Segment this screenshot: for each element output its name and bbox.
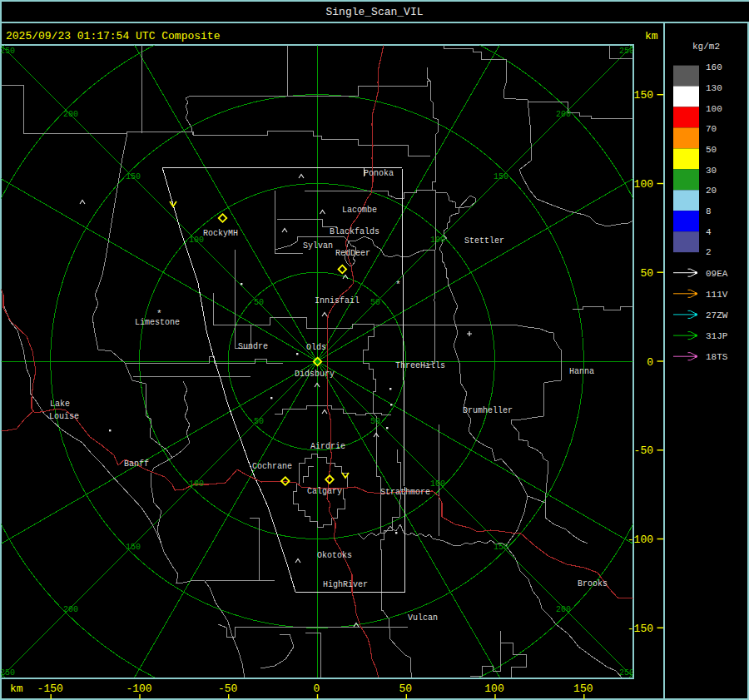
svg-text:*: * [156,309,162,319]
svg-text:Okotoks: Okotoks [317,551,352,560]
svg-text:150: 150 [573,683,593,695]
svg-text:160: 160 [706,62,722,72]
svg-text:Drumheller: Drumheller [463,406,513,415]
svg-text:50: 50 [370,417,380,426]
svg-text:09EA: 09EA [706,269,728,279]
svg-text:50: 50 [370,298,380,307]
svg-text:250: 250 [0,47,15,56]
svg-text:Brooks: Brooks [578,579,608,588]
svg-text:RedDeer: RedDeer [335,249,370,258]
svg-text:100: 100 [484,683,503,695]
svg-text:Stettler: Stettler [464,236,504,246]
svg-text:100: 100 [189,479,204,489]
svg-text:0: 0 [647,356,653,369]
svg-text:-150: -150 [37,683,63,695]
svg-text:Calgary: Calgary [307,487,342,496]
svg-text:Lake: Lake [50,400,70,409]
svg-text:250: 250 [0,668,15,678]
svg-text:Cochrane: Cochrane [252,462,292,471]
svg-text:Sylvan: Sylvan [303,241,333,251]
svg-text:200: 200 [556,110,571,119]
svg-text:-50: -50 [634,444,653,457]
svg-text:50: 50 [399,683,412,695]
svg-text:-100: -100 [126,683,151,695]
svg-text:150: 150 [634,89,653,102]
svg-text:8: 8 [706,206,712,216]
svg-text:Innisfail: Innisfail [315,296,360,305]
svg-text:100: 100 [634,178,653,191]
svg-text:Louise: Louise [49,412,79,421]
svg-text:Ponoka: Ponoka [364,169,394,178]
svg-text:200: 200 [63,110,78,119]
svg-text:km: km [645,30,658,42]
svg-text:150: 150 [494,172,508,181]
svg-text:20: 20 [706,186,717,196]
svg-text:Single_Scan_VIL: Single_Scan_VIL [325,6,423,18]
svg-text:27ZW: 27ZW [706,310,728,320]
svg-text:Strathmore: Strathmore [380,488,430,497]
svg-text:4: 4 [706,227,712,237]
svg-text:Hanna: Hanna [569,367,594,376]
svg-text:100: 100 [189,236,204,245]
svg-text:50: 50 [254,417,264,426]
svg-text:150: 150 [494,543,508,552]
svg-text:250: 250 [619,668,634,678]
svg-text:31JP: 31JP [706,331,728,341]
svg-text:Vulcan: Vulcan [408,613,438,623]
svg-text:50: 50 [706,145,717,155]
svg-text:-150: -150 [627,623,653,635]
svg-text:200: 200 [63,605,78,614]
svg-text:Olds: Olds [306,343,326,352]
svg-text:2: 2 [706,247,712,257]
svg-text:0: 0 [314,683,320,695]
svg-text:111V: 111V [706,290,728,300]
svg-text:50: 50 [640,267,653,280]
svg-text:Limestone: Limestone [135,318,180,327]
svg-text:ThreeHills: ThreeHills [395,361,445,370]
svg-text:-100: -100 [627,534,653,546]
svg-text:Airdrie: Airdrie [310,442,345,451]
svg-text:250: 250 [619,47,634,56]
svg-text:2025/09/23 01:17:54 UTC Compos: 2025/09/23 01:17:54 UTC Composite [6,30,220,42]
svg-text:18TS: 18TS [706,352,728,362]
svg-text:km: km [10,683,23,695]
svg-text:150: 150 [126,172,141,181]
svg-text:200: 200 [556,605,571,614]
svg-text:130: 130 [706,83,722,93]
svg-text:100: 100 [430,479,445,489]
svg-text:RockyMH: RockyMH [203,229,238,238]
svg-text:30: 30 [706,166,717,176]
svg-text:100: 100 [430,236,445,245]
svg-text:Blackfalds: Blackfalds [330,227,379,236]
svg-text:Lacombe: Lacombe [342,206,377,215]
svg-text:150: 150 [126,543,141,552]
svg-text:Didsbury: Didsbury [295,370,335,379]
svg-text:kg/m2: kg/m2 [692,42,720,52]
svg-text:50: 50 [254,298,264,307]
svg-text:70: 70 [706,124,717,134]
svg-text:100: 100 [706,104,722,114]
svg-text:-50: -50 [218,683,237,695]
svg-text:*: * [395,280,401,290]
svg-text:Sundre: Sundre [238,342,268,351]
svg-text:HighRiver: HighRiver [323,580,368,589]
svg-text:Banff: Banff [124,459,149,469]
